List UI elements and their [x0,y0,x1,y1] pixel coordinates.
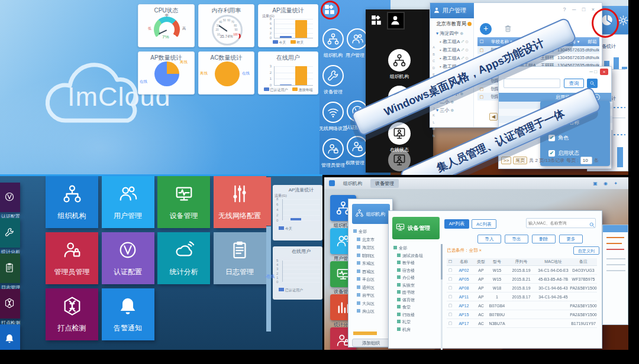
popup-option-角色[interactable]: ✔角色 [548,134,569,142]
org-icon[interactable] [322,28,344,50]
side-tile-日志管理[interactable] [0,254,20,283]
search-icon[interactable] [587,79,598,88]
search-icon[interactable] [589,220,595,230]
scrollbar[interactable] [441,244,443,350]
checkbox-icon[interactable]: ✔ [548,135,555,141]
tile-告警通知[interactable]: 告警通知 [102,288,154,340]
tree-leaf[interactable]: • 教工组A ⊙ [440,38,469,45]
tile-设备管理[interactable]: 设备管理 [157,176,210,228]
window-controls[interactable]: ? ─ □ × [563,6,597,12]
tree-item[interactable]: 办公楼 [397,275,415,281]
tree-group[interactable]: ▾ 海淀四中 ⊕ [436,30,463,37]
tile-日志管理[interactable]: 日志管理 [214,232,266,284]
close-icon[interactable]: × [600,69,608,75]
tree-group[interactable]: ▾ 三小 ⊕ [436,107,454,113]
tree-item[interactable]: 海淀区 [357,245,375,251]
tree-item[interactable]: 食堂 [397,304,411,310]
query-search-input[interactable] [504,79,560,88]
tree-item[interactable]: 测试设备组 [397,253,423,259]
taskbar-icons[interactable]: ▣ ◉ ✦ [593,181,620,186]
dashboard-card-3[interactable]: AP流量统计流量(G)86420今天昨天 [258,4,318,47]
tree-item[interactable]: 朝阳区 [357,253,375,259]
filter-text[interactable]: 已选条件：全部 × [447,248,482,254]
tab-ap-list[interactable]: AP列表 [444,219,469,229]
tree-item[interactable]: 西城区 [357,269,375,275]
dashboard-card-1[interactable]: CPU状态低中高7% [138,4,195,47]
tree-leaf[interactable]: • 教工组A ⊙ [440,47,469,53]
tile-组织机构[interactable]: 组织机构 [46,176,98,228]
trash-icon[interactable] [504,24,512,35]
tile-打点检测[interactable]: 打点检测 [46,288,98,340]
side-tile-统计分析[interactable] [0,218,20,248]
tile-认证配置[interactable]: 认证配置 [102,232,154,284]
first-page-button[interactable]: ◀ [489,113,498,121]
col-header[interactable]: 名称 [454,259,474,265]
device-search-input[interactable] [526,218,596,228]
dashboard-card-4[interactable]: AP数量统计离线在线 [138,51,195,95]
tree-item[interactable]: 图书馆 [397,290,415,295]
toolbar-button-导入[interactable]: 导入 [477,235,501,243]
checkbox-icon[interactable]: ✔ [548,150,555,157]
col-header[interactable]: 类型 [474,259,488,265]
col-header[interactable]: MAC地址 [537,259,570,265]
side-tile-打点检测[interactable] [0,289,20,318]
tree-item[interactable]: 房山区 [357,308,375,314]
tile-logo-icon[interactable] [370,14,382,28]
tree-item[interactable]: 大兴区 [357,301,375,307]
toolbar-button-删除[interactable]: 删除 [532,235,556,243]
tree-item[interactable]: 东城区 [357,261,375,266]
device-table-row[interactable]: ▢AP02APW152015.8.1934-C1-94-D6-E3D4O3YUG… [447,266,597,275]
device-table-row[interactable]: ▢AP12ACB07GB4PA2&58Y1500 [447,301,597,310]
mini-window-controls[interactable]: ─ □ [589,69,597,74]
col-header[interactable]: 型号 [488,259,506,265]
tile-统计分析[interactable]: 统计分析 [157,232,210,284]
tile-管理员管理[interactable]: 管理员管理 [46,232,98,284]
tree-item[interactable]: 机房 [397,327,411,333]
app-icon[interactable] [347,28,368,50]
col-header[interactable]: 序列号 [506,259,537,265]
tile-用户管理[interactable]: 用户管理 [102,176,154,228]
tree-item[interactable]: 宿舍楼 [397,268,415,274]
device-table-row[interactable]: ▢AP05APW152015.8.2145-B3-85-A6-7BWF37B59… [447,275,597,284]
app-icon[interactable] [347,136,368,157]
adminlock-icon[interactable] [322,138,344,160]
device-table-row[interactable]: ▢AP15ACB07B9UPA2&58Y1500 [447,310,597,319]
next-page-button[interactable]: >> [501,157,511,164]
tree-item[interactable]: 通州区 [357,285,375,291]
perpage-input[interactable] [580,157,592,164]
last-page-button[interactable]: 尾页 [513,157,527,164]
org-icon[interactable] [388,49,411,72]
query-button[interactable]: 查询 [564,79,584,88]
side-tile-认证配置[interactable] [0,183,20,212]
tree-leaf[interactable]: • 教工组A ⊙ [440,55,469,61]
device-table-row[interactable]: ▢AP17ACN3BU7AB1719U1Y97 [447,319,597,328]
tree-item[interactable]: 全部 [393,245,407,251]
tab-ac-list[interactable]: AC列表 [472,219,496,229]
org-root[interactable]: 北京市教育局 [436,21,472,28]
toolbar-button-更多[interactable]: 更多 [559,235,583,243]
toolbar-button-导出[interactable]: 导出 [505,235,528,243]
add-org-button[interactable]: 添加组织 [352,339,390,347]
active-app-tile[interactable] [387,12,405,30]
device-table-row[interactable]: ▢AP11AP12015.8.1734-C1-94-26-45 [447,292,597,301]
tree-item[interactable]: 昌平区 [357,292,375,298]
side-tile-告警通知[interactable] [0,324,20,350]
gear-icon[interactable] [618,15,628,28]
dashboard-card-5[interactable]: AC数量统计离线在线 [198,51,254,95]
tree-item[interactable]: 教学楼 [397,260,415,266]
monitoruser-icon[interactable] [388,122,411,145]
col-header[interactable]: 备注 [570,259,597,265]
tree-item[interactable]: 行政楼 [397,312,415,318]
col-header[interactable]: 邮箱 [585,39,599,45]
dashboard-card-6[interactable]: 在线用户3210已认证用户连接终端 [258,51,318,95]
custom-columns-button[interactable]: 自定义列 [573,246,599,255]
wifi-icon[interactable] [322,102,344,123]
tree-item[interactable]: 实验室 [397,282,415,288]
device-table-row[interactable]: ▢AP08APW182015.8.1930-C1-94-66-43PA2&58Y… [447,284,597,292]
tree-item[interactable]: 丰台区 [357,277,375,282]
wrench-icon[interactable] [322,65,344,86]
tab-org[interactable]: 组织机构 [338,179,367,188]
tree-item[interactable]: 体育馆 [397,297,415,303]
tile-无线网络配置[interactable]: 无线网络配置 [214,176,266,228]
tab-devices[interactable]: 设备管理 [370,179,399,188]
